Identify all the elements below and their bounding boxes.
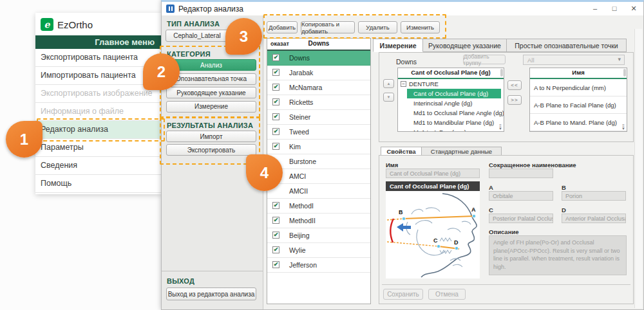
scroll-more-icon[interactable]: ≡▼ xyxy=(498,124,502,131)
analysis-row[interactable]: AMCII xyxy=(267,184,370,199)
svg-text:A: A xyxy=(471,206,476,213)
analysis-row[interactable]: ✔Tweed xyxy=(267,125,370,140)
point-field-c[interactable]: Posterior Palatal Occlusal xyxy=(489,214,553,223)
properties-tab[interactable]: Стандартные данные xyxy=(422,147,502,156)
sidebar-item-normal[interactable]: Сведения xyxy=(35,157,161,175)
analysis-name: AMCII xyxy=(289,184,308,198)
scroll-more-icon[interactable]: ≡▼ xyxy=(621,124,625,131)
category-button[interactable]: Анализ xyxy=(166,59,256,71)
analysis-checkbox[interactable]: ✔ xyxy=(272,69,279,76)
analysis-row[interactable]: ✔Steiner xyxy=(267,110,370,125)
tab-2[interactable]: Руководящее указание xyxy=(423,39,507,52)
analysis-checkbox[interactable]: ✔ xyxy=(272,128,279,135)
analysis-row[interactable]: ✔Beijing xyxy=(267,228,370,243)
tree-root-denture[interactable]: − DENTURE xyxy=(398,79,504,89)
results-button[interactable]: Экспортировать xyxy=(166,144,256,156)
list-item[interactable]: A-B Plane to Mand. Plane (dg) xyxy=(530,114,627,131)
point-field-a[interactable]: Orbitale xyxy=(489,191,553,201)
selected-measurements-list: Cant of Occlusal Plane (dg) − DENTURE Ca… xyxy=(397,68,504,132)
tree-item[interactable]: Mx1 to A-Pog (mm) xyxy=(398,127,504,132)
list-item[interactable]: ANB (dg) xyxy=(530,131,627,132)
category-button[interactable]: Руководящее указание xyxy=(166,87,256,98)
analysis-row[interactable]: ✔MethodII xyxy=(267,214,370,228)
short-name-field[interactable] xyxy=(489,169,553,178)
category-button[interactable]: Опознавательная точка xyxy=(166,73,256,85)
analysis-checkbox[interactable]: ✔ xyxy=(272,202,279,209)
analysis-name: McNamara xyxy=(289,80,322,95)
analysis-row[interactable]: ✔Downs xyxy=(267,51,370,66)
analysis-rows: ✔Downs✔Jarabak✔McNamara✔Ricketts✔Steiner… xyxy=(267,51,370,273)
toolbar-button[interactable]: Копировать и добавить xyxy=(301,21,355,33)
analysis-row[interactable]: AMCI xyxy=(267,169,370,184)
toolbar-button[interactable]: Добавить xyxy=(267,21,298,33)
sidebar-item-normal[interactable]: Параметры xyxy=(35,139,161,157)
analysis-row[interactable]: ✔Kim xyxy=(267,140,370,154)
analysis-checkbox[interactable]: ✔ xyxy=(272,143,279,150)
tree-collapse-icon[interactable]: − xyxy=(401,81,406,87)
sidebar-item-disabled: Экспортировать изображение xyxy=(35,85,161,103)
move-up-button[interactable]: ▲ xyxy=(383,79,394,88)
filter-select[interactable]: All ▾ xyxy=(523,55,625,65)
analysis-type-header: ТИП АНАЛИЗА xyxy=(167,20,220,28)
description-field[interactable]: Angle of FH plane(Po-Or) and Occlusal pl… xyxy=(489,235,627,275)
scrollbar-thumb[interactable] xyxy=(500,69,503,77)
add-group-button[interactable]: Добавить группу xyxy=(463,55,506,64)
properties-tab[interactable]: Свойства xyxy=(381,147,422,156)
category-button[interactable]: Измерение xyxy=(166,101,256,113)
save-button[interactable]: Сохранить xyxy=(383,289,423,300)
name-field[interactable]: Cant of Occlusal Plane (dg) xyxy=(386,169,480,178)
analysis-checkbox[interactable]: ✔ xyxy=(272,261,279,268)
maximize-button[interactable]: □ xyxy=(605,2,624,15)
tree-item[interactable]: Cant of Occlusal Plane (dg) xyxy=(407,89,501,98)
annotation-badge-4: 4 xyxy=(246,154,283,191)
dialog-body: ТИП АНАЛИЗА Cephalo_Lateral КАТЕГОРИЯ Ан… xyxy=(162,15,643,309)
analysis-checkbox[interactable]: ✔ xyxy=(272,232,279,239)
ezortho-logo-icon: e xyxy=(41,18,53,31)
move-down-button[interactable]: ▼ xyxy=(383,93,394,102)
annotation-badge-3: 3 xyxy=(225,18,262,55)
analysis-checkbox[interactable]: ✔ xyxy=(272,98,279,105)
window-scrollbar[interactable] xyxy=(634,29,642,308)
sidebar-item-normal[interactable]: Импортировать пациента xyxy=(35,67,161,85)
point-field-b[interactable]: Porion xyxy=(562,191,626,201)
analysis-checkbox[interactable]: ✔ xyxy=(272,84,279,91)
analysis-checkbox[interactable]: ✔ xyxy=(272,246,279,253)
analysis-type-button[interactable]: Cephalo_Lateral xyxy=(166,30,229,42)
selected-list-header: Cant of Occlusal Plane (dg) xyxy=(398,68,504,79)
move-right-button[interactable]: >> xyxy=(507,95,522,105)
analysis-checkbox[interactable]: ✔ xyxy=(272,113,279,120)
close-button[interactable]: ✕ xyxy=(624,2,643,15)
analysis-row[interactable]: ✔McNamara xyxy=(267,80,370,95)
analysis-checkbox[interactable]: ✔ xyxy=(272,217,279,224)
analysis-row[interactable]: ✔Jarabak xyxy=(267,66,370,80)
list-item[interactable]: A-B Plane to Facial Plane (dg) xyxy=(530,96,627,114)
tab-1[interactable]: Измерение xyxy=(373,39,423,52)
toolbar-button[interactable]: Удалить xyxy=(358,21,397,33)
analysis-row[interactable]: ✔MethodI xyxy=(267,199,370,214)
sidebar-item-selected[interactable]: Редактор анализа xyxy=(35,121,161,139)
exit-editor-button[interactable]: Выход из редактора анализа xyxy=(166,287,256,300)
point-field-d[interactable]: Anterior Palatal Occlusal xyxy=(562,214,626,223)
analysis-name: MethodII xyxy=(289,214,316,228)
list-item[interactable]: A to N Perpendicular (mm) xyxy=(530,79,627,96)
analysis-row[interactable]: ✔Wylie xyxy=(267,243,370,258)
sidebar-item-normal[interactable]: Помощь xyxy=(35,175,161,193)
toolbar-button[interactable]: Изменить xyxy=(401,21,440,33)
analysis-row[interactable]: ✔Jefferson xyxy=(267,258,370,273)
tree-item[interactable]: Md1 to Occlusal Plane Angle (dg) xyxy=(398,108,504,118)
tree-item[interactable]: Interincisal Angle (dg) xyxy=(398,98,504,108)
results-button[interactable]: Импорт xyxy=(166,131,256,142)
analysis-checkbox[interactable]: ✔ xyxy=(272,54,279,61)
analysis-row[interactable]: Burstone xyxy=(267,154,370,169)
scrollbar-thumb[interactable] xyxy=(623,69,626,77)
minimize-button[interactable]: – xyxy=(585,2,605,15)
tab-3[interactable]: Простые опознавательные точки xyxy=(507,39,627,52)
tree-item[interactable]: Md1 to Mandibular Plane (dg) xyxy=(398,118,504,127)
exit-header: ВЫХОД xyxy=(167,277,194,285)
analysis-name: Kim xyxy=(289,140,301,154)
move-left-button[interactable]: << xyxy=(507,80,522,90)
analysis-row[interactable]: ✔Ricketts xyxy=(267,95,370,110)
analysis-name: Wylie xyxy=(289,243,306,257)
cancel-button[interactable]: Отмена xyxy=(428,289,466,300)
sidebar-item-normal[interactable]: Экспортировать пациента xyxy=(35,49,161,67)
